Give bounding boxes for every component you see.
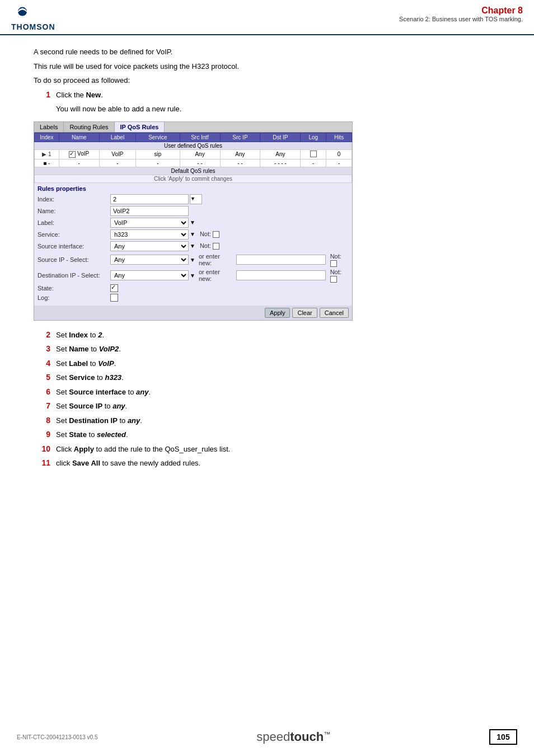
section-user-defined: User defined QoS rules (35, 142, 352, 149)
step-8: 8 Set Destination IP to any. (34, 415, 500, 426)
rules-properties-section: Rules properties Index: ▼ Name: Label: V… (34, 183, 352, 306)
cancel-button[interactable]: Cancel (320, 308, 349, 318)
prop-srcip-label: Source IP - Select: (38, 256, 110, 263)
section-default: Default QoS rules (35, 167, 352, 175)
col-header-index: Index (35, 133, 59, 142)
row2-srcintf: - - (180, 159, 220, 167)
prop-service-row: Service: h323 ▼ Not: (38, 229, 349, 240)
step-8-text: Set Destination IP to any. (56, 415, 142, 426)
step-9-text: Set State to selected. (56, 429, 128, 440)
footer-speedtouch-logo: speedtouch™ (98, 730, 489, 744)
step-4: 4 Set Label to VoIP. (34, 358, 500, 369)
chapter-subtitle: Scenario 2: Business user with TOS marki… (399, 16, 523, 22)
prop-name-row: Name: (38, 206, 349, 216)
row1-label: VoIP (99, 149, 135, 159)
step-5: 5 Set Service to h323. (34, 372, 500, 383)
step-1: 1 Click the New. (34, 90, 500, 101)
step-11: 11 click Save All to save the newly adde… (34, 458, 500, 469)
col-header-srcip: Src IP (220, 133, 260, 142)
tab-ip-qos-rules[interactable]: IP QoS Rules (115, 122, 165, 132)
row1-srcintf: Any (180, 149, 220, 159)
step-1-desc: You will now be able to add a new rule. (34, 104, 500, 115)
prop-srcip-row: Source IP - Select: Any ▼ or enter new: … (38, 253, 349, 267)
prop-service-not: Not: (200, 231, 219, 238)
row1-name: ✓ VoIP (59, 149, 99, 159)
prop-srcintf-row: Source interface: Any ▼ Not: (38, 241, 349, 251)
step-9: 9 Set State to selected. (34, 429, 500, 440)
thomson-logo-icon (11, 6, 34, 22)
step-7: 7 Set Source IP to any. (34, 401, 500, 412)
col-header-hits: Hits (326, 133, 352, 142)
step-5-number: 5 (34, 373, 50, 382)
col-header-service: Service (136, 133, 180, 142)
step-5-text: Set Service to h323. (56, 372, 124, 383)
prop-srcintf-not: Not: (200, 242, 219, 250)
page-footer: E-NIT-CTC-20041213-0013 v0.5 speedtouch™… (0, 729, 534, 745)
logo-tm: ™ (324, 730, 330, 738)
chapter-info: Chapter 8 Scenario 2: Business user with… (399, 6, 523, 22)
step-7-number: 7 (34, 401, 50, 410)
prop-index-input[interactable] (110, 194, 189, 204)
step-4-number: 4 (34, 359, 50, 368)
prop-srcip-not: Not: (330, 253, 349, 267)
rules-properties-title: Rules properties (38, 185, 349, 192)
prop-service-label: Service: (38, 231, 110, 238)
prop-srcintf-select[interactable]: Any (110, 241, 189, 251)
step-4-text: Set Label to VoIP. (56, 358, 116, 369)
step-6-number: 6 (34, 387, 50, 396)
prop-dstip-or: or enter new: (199, 269, 233, 282)
intro-line3: To do so proceed as followed: (34, 75, 500, 86)
company-name: THOMSON (11, 22, 55, 31)
col-header-label: Label (99, 133, 135, 142)
prop-index-label: Index: (38, 196, 110, 203)
col-header-name: Name (59, 133, 99, 142)
prop-state-row: State: ✓ (38, 284, 349, 292)
prop-label-select[interactable]: VoIP (110, 218, 189, 228)
step-3: 3 Set Name to VoIP2. (34, 344, 500, 355)
col-header-log: Log (301, 133, 326, 142)
apply-button[interactable]: Apply (265, 308, 291, 318)
tab-bar: Labels Routing Rules IP QoS Rules (34, 122, 352, 133)
company-logo: THOMSON (11, 6, 55, 31)
action-buttons-row: Apply Clear Cancel (34, 306, 352, 320)
row1-arrow: ▶ 1 (35, 149, 59, 159)
row1-log (301, 149, 326, 159)
page-number: 105 (489, 729, 517, 745)
logo-speed: speed (256, 730, 290, 744)
main-content: A second rule needs to be defined for Vo… (0, 35, 534, 483)
clear-button[interactable]: Clear (292, 308, 317, 318)
prop-state-label: State: (38, 285, 110, 292)
prop-service-select[interactable]: h323 (110, 229, 189, 240)
row2-service: - (136, 159, 180, 167)
row1-service: sip (136, 149, 180, 159)
tab-labels[interactable]: Labels (34, 122, 64, 132)
prop-dstip-not: Not: (330, 269, 349, 283)
step-7-text: Set Source IP to any. (56, 401, 127, 412)
row2-srcip: - - (220, 159, 260, 167)
prop-log-label: Log: (38, 294, 110, 301)
prop-srcip-text[interactable] (236, 255, 326, 265)
footer-doc-id: E-NIT-CTC-20041213-0013 v0.5 (17, 734, 98, 740)
prop-dstip-select[interactable]: Any (110, 270, 189, 280)
step-10-text: Click Apply to add the rule to the QoS_u… (56, 444, 230, 455)
step-11-number: 11 (34, 458, 50, 467)
tab-routing-rules[interactable]: Routing Rules (64, 122, 114, 132)
step-2: 2 Set Index to 2. (34, 330, 500, 341)
step-1-text: Click the New. (56, 90, 103, 101)
prop-dstip-row: Destination IP - Select: Any ▼ or enter … (38, 269, 349, 283)
prop-dstip-label: Destination IP - Select: (38, 272, 110, 279)
row1-hits: 0 (326, 149, 352, 159)
prop-label-row: Label: VoIP ▼ (38, 218, 349, 228)
qos-rules-table: Index Name Label Service Src Intf Src IP… (34, 133, 352, 183)
prop-name-input[interactable] (110, 206, 189, 216)
row2-dstip: - - - - (260, 159, 301, 167)
prop-dstip-text[interactable] (236, 270, 326, 280)
col-header-dstip: Dst IP (260, 133, 301, 142)
step-1-desc-text: You will now be able to add a new rule. (56, 104, 181, 115)
table-row: ■ - - - - - - - - - - - - - - (35, 159, 352, 167)
table-row: ▶ 1 ✓ VoIP VoIP sip Any Any Any (35, 149, 352, 159)
row2-log: - (301, 159, 326, 167)
row2-label: - (99, 159, 135, 167)
step-10-number: 10 (34, 444, 50, 453)
prop-srcip-select[interactable]: Any (110, 255, 189, 265)
